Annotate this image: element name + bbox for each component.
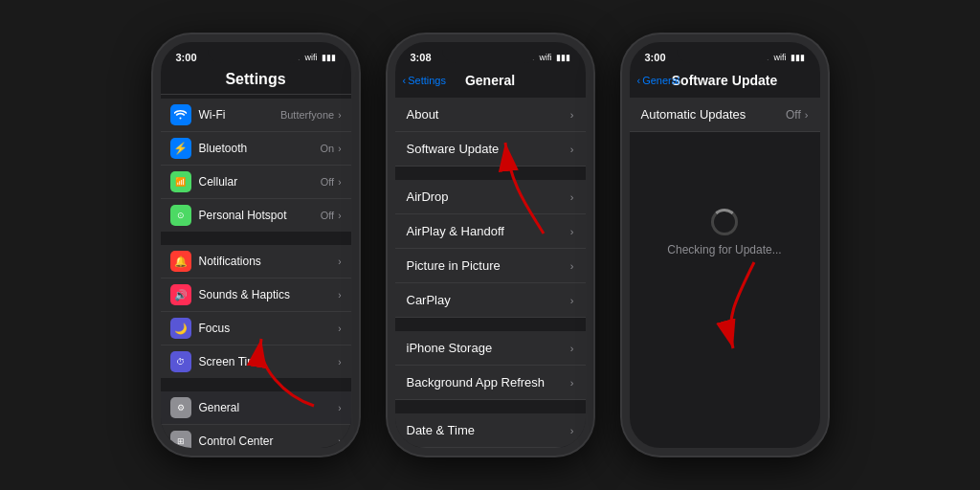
battery-2: ▮▮▮	[556, 53, 570, 62]
signal-icon: ▲	[293, 53, 301, 62]
softwareupdate-label: Software Update	[407, 142, 570, 156]
general-pip[interactable]: Picture in Picture ›	[395, 249, 586, 283]
back-label-2: General	[642, 75, 679, 86]
bluetooth-icon: ⚡	[170, 138, 191, 159]
automatic-updates-item[interactable]: Automatic Updates Off ›	[630, 98, 820, 132]
automatic-updates-chevron: ›	[805, 109, 809, 121]
phone-3-wrapper: 3:00 ▲ wifi ▮▮▮ ‹ General Software Updat…	[622, 34, 828, 456]
signal-icon-3: ▲	[762, 53, 770, 62]
softwareupdate-chevron: ›	[570, 144, 574, 155]
signal-icon-2: ▲	[527, 53, 536, 62]
general-about[interactable]: About ›	[395, 98, 586, 132]
settings-screentime[interactable]: ⏱ Screen Time ›	[161, 345, 351, 378]
hotspot-icon: ⊙	[170, 205, 191, 226]
focus-chevron: ›	[338, 323, 341, 334]
screentime-icon: ⏱	[170, 351, 191, 372]
automatic-updates-value: Off	[786, 108, 801, 122]
bluetooth-label: Bluetooth	[199, 142, 321, 155]
cellular-chevron: ›	[338, 177, 341, 188]
backgroundapp-chevron: ›	[570, 377, 574, 389]
notifications-icon: 🔔	[170, 251, 191, 272]
about-chevron: ›	[570, 109, 574, 121]
wifi-icon-status: wifi	[305, 53, 318, 62]
controlcenter-label: Control Center	[199, 434, 339, 448]
backgroundapp-label: Background App Refresh	[407, 375, 570, 390]
iphonestorage-label: iPhone Storage	[407, 341, 570, 355]
phone-1-wrapper: 3:00 ▲ wifi ▮▮▮ Settings Wi-Fi	[153, 34, 359, 456]
wifi-status-3: wifi	[774, 53, 787, 62]
time-1: 3:00	[176, 52, 197, 63]
time-3: 3:00	[645, 52, 666, 63]
airplay-chevron: ›	[570, 226, 574, 237]
hotspot-label: Personal Hotspot	[199, 209, 321, 222]
back-button-2[interactable]: ‹ General	[637, 75, 680, 86]
update-navbar: ‹ General Software Update	[630, 67, 820, 94]
sounds-label: Sounds & Haptics	[199, 288, 339, 301]
general-softwareupdate[interactable]: Software Update ›	[395, 132, 586, 167]
status-icons-2: ▲ wifi ▮▮▮	[527, 53, 570, 62]
general-group-4: Date & Time › Keyboard › Fonts › Languag…	[395, 413, 586, 448]
wifi-label: Wi-Fi	[199, 108, 280, 122]
general-chevron: ›	[338, 403, 341, 413]
settings-group-2: 🔔 Notifications › 🔊 Sounds & Haptics ›	[161, 245, 351, 378]
airdrop-label: AirDrop	[407, 189, 570, 204]
settings-general[interactable]: ⚙ General ›	[161, 391, 351, 425]
focus-icon: 🌙	[170, 318, 191, 339]
general-backgroundapp[interactable]: Background App Refresh ›	[395, 366, 586, 400]
settings-hotspot[interactable]: ⊙ Personal Hotspot Off ›	[161, 199, 351, 232]
wifi-chevron: ›	[338, 110, 341, 121]
status-bar-1: 3:00 ▲ wifi ▮▮▮	[161, 42, 351, 67]
update-auto-group: Automatic Updates Off ›	[630, 98, 820, 132]
hotspot-value: Off	[321, 210, 334, 221]
general-airplay[interactable]: AirPlay & Handoff ›	[395, 214, 586, 249]
screentime-label: Screen Time	[199, 355, 339, 368]
general-iphonestorage[interactable]: iPhone Storage ›	[395, 331, 586, 366]
general-datetime[interactable]: Date & Time ›	[395, 413, 586, 448]
general-group-2: AirDrop › AirPlay & Handoff › Picture in…	[395, 180, 586, 318]
update-nav-title: Software Update	[672, 73, 777, 88]
back-chevron-1: ‹	[403, 75, 407, 86]
bluetooth-chevron: ›	[338, 144, 341, 154]
datetime-chevron: ›	[570, 425, 574, 436]
hotspot-chevron: ›	[338, 211, 341, 221]
cellular-label: Cellular	[199, 175, 321, 189]
settings-controlcenter[interactable]: ⊞ Control Center ›	[161, 425, 351, 448]
divider-2	[161, 382, 351, 388]
cellular-icon: 📶	[170, 171, 191, 192]
settings-list[interactable]: Wi-Fi Butterfyone › ⚡ Bluetooth On ›	[161, 95, 351, 448]
datetime-label: Date & Time	[407, 423, 570, 437]
back-label-1: Settings	[408, 75, 446, 86]
settings-bluetooth[interactable]: ⚡ Bluetooth On ›	[161, 132, 351, 166]
phone-2: 3:08 ▲ wifi ▮▮▮ ‹ Settings General About…	[388, 34, 593, 456]
general-screen: ‹ Settings General About › Software Upda…	[395, 67, 586, 448]
settings-notifications[interactable]: 🔔 Notifications ›	[161, 245, 351, 278]
general-group-1: About › Software Update ›	[395, 98, 586, 167]
settings-cellular[interactable]: 📶 Cellular Off ›	[161, 166, 351, 199]
controlcenter-chevron: ›	[338, 436, 341, 447]
status-icons-1: ▲ wifi ▮▮▮	[293, 53, 336, 62]
settings-sounds[interactable]: 🔊 Sounds & Haptics ›	[161, 278, 351, 312]
general-carplay[interactable]: CarPlay ›	[395, 283, 586, 318]
status-icons-3: ▲ wifi ▮▮▮	[762, 53, 805, 62]
airdrop-chevron: ›	[570, 191, 574, 203]
screentime-chevron: ›	[338, 357, 341, 368]
general-navbar: ‹ Settings General	[395, 67, 586, 94]
time-2: 3:08	[411, 52, 432, 63]
battery-icon: ▮▮▮	[322, 53, 336, 62]
divider-g2	[395, 322, 586, 327]
focus-label: Focus	[199, 322, 339, 335]
status-bar-2: 3:08 ▲ wifi ▮▮▮	[395, 42, 586, 67]
phone-3: 3:00 ▲ wifi ▮▮▮ ‹ General Software Updat…	[622, 34, 828, 456]
about-label: About	[407, 107, 570, 122]
general-icon: ⚙	[170, 397, 191, 418]
wifi-status-2: wifi	[540, 53, 552, 62]
automatic-updates-label: Automatic Updates	[641, 107, 787, 122]
settings-wifi[interactable]: Wi-Fi Butterfyone ›	[161, 99, 351, 132]
general-airdrop[interactable]: AirDrop ›	[395, 180, 586, 214]
bluetooth-value: On	[320, 143, 334, 154]
notifications-chevron: ›	[338, 256, 341, 267]
carplay-chevron: ›	[570, 295, 574, 306]
settings-focus[interactable]: 🌙 Focus ›	[161, 312, 351, 345]
phone-1: 3:00 ▲ wifi ▮▮▮ Settings Wi-Fi	[153, 34, 359, 456]
back-button-1[interactable]: ‹ Settings	[403, 75, 446, 86]
